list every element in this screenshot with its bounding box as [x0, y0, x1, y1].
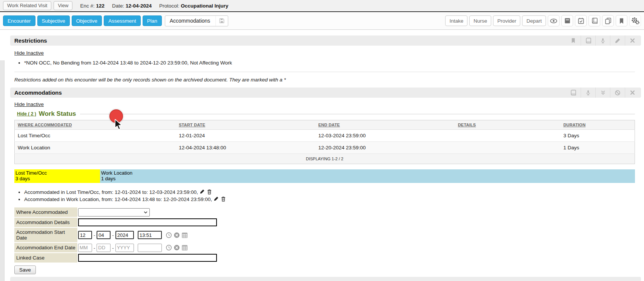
- tab-encounter[interactable]: Encounter: [3, 15, 35, 26]
- tab-subjective[interactable]: Subjective: [37, 15, 70, 26]
- col-duration[interactable]: DURATION: [560, 120, 635, 130]
- divider: [14, 72, 635, 72]
- double-chevron-down-icon[interactable]: [595, 88, 610, 98]
- next-section-bar: [10, 277, 641, 281]
- calendar-icon[interactable]: [181, 232, 188, 238]
- work-status-table: WHERE ACCOMMODATED START DATE END DATE D…: [14, 120, 635, 164]
- start-month-input[interactable]: [78, 231, 92, 239]
- restrictions-note: Restrictions added on this encounter wil…: [14, 77, 635, 83]
- cell-details: [455, 130, 560, 142]
- table-pagination: DISPLAYING 1-2 / 2: [15, 154, 635, 164]
- top-bar: Work Related Visit View Enc #: 122 Date:…: [0, 0, 644, 12]
- tab-plan[interactable]: Plan: [143, 15, 162, 26]
- table-header-row: WHERE ACCOMMODATED START DATE END DATE D…: [15, 120, 635, 130]
- copy-icon[interactable]: [602, 15, 614, 26]
- depart-button[interactable]: Depart: [522, 15, 546, 26]
- list-item: Accommodated in Lost Time/Occ, from: 12-…: [24, 188, 635, 195]
- view-button[interactable]: View: [54, 1, 72, 10]
- restriction-item: *NON OCC, No Bending from 12-04-2024 13:…: [24, 59, 635, 66]
- table-row[interactable]: Lost Time/Occ 12-01-2024 12-03-2024 23:5…: [15, 130, 635, 142]
- delete-icon[interactable]: [221, 196, 226, 202]
- clear-icon[interactable]: [174, 244, 180, 251]
- cell-start: 12-04-2024 13:48:00: [176, 142, 315, 154]
- cell-details: [455, 142, 560, 154]
- cell-where: Lost Time/Occ: [15, 130, 176, 142]
- book-icon[interactable]: [566, 88, 581, 98]
- timeline-segment-lost-time[interactable]: Lost Time/Occ 3 days: [14, 169, 100, 183]
- gears-icon[interactable]: [629, 15, 641, 26]
- restrictions-hide-inactive-link[interactable]: Hide Inactive: [14, 50, 44, 56]
- bookmark-icon[interactable]: [566, 35, 581, 46]
- restrictions-list: *NON OCC, No Bending from 12-04-2024 13:…: [24, 59, 635, 66]
- edit-icon[interactable]: [214, 196, 219, 202]
- protocol: Protocol: Occupational Injury: [159, 3, 228, 9]
- provider-button[interactable]: Provider: [493, 15, 520, 26]
- tab-objective[interactable]: Objective: [72, 15, 102, 26]
- app-window: Work Related Visit View Enc #: 122 Date:…: [0, 0, 644, 281]
- tab-assessment[interactable]: Assessment: [104, 15, 141, 26]
- cell-duration: 3 Days: [560, 130, 635, 142]
- end-time-input[interactable]: [138, 244, 162, 252]
- clock-icon[interactable]: [166, 232, 172, 238]
- nurse-button[interactable]: Nurse: [469, 15, 491, 26]
- accommodation-timeline: Lost Time/Occ 3 days Work Location 1 day…: [14, 169, 635, 183]
- where-accommodated-select[interactable]: [78, 208, 150, 217]
- start-day-input[interactable]: [97, 231, 111, 239]
- save-button[interactable]: Save: [14, 266, 36, 274]
- clock-icon[interactable]: [166, 244, 172, 251]
- timeline-segment-work-location[interactable]: Work Location 1 days: [100, 169, 635, 183]
- linked-case-input[interactable]: [78, 254, 217, 262]
- start-time-input[interactable]: [138, 231, 162, 239]
- mic-icon[interactable]: [581, 88, 595, 98]
- legend-line: [80, 114, 635, 114]
- save-document-icon[interactable]: [215, 16, 228, 26]
- start-year-input[interactable]: [115, 231, 134, 239]
- close-icon[interactable]: [625, 88, 639, 98]
- date-separator: [94, 244, 95, 251]
- accommodation-details-label: Accommodation Details: [14, 218, 77, 227]
- end-month-input[interactable]: [78, 244, 92, 252]
- accommodations-hide-inactive-link[interactable]: Hide Inactive: [14, 101, 44, 107]
- current-document-box: Accommodations: [165, 15, 228, 26]
- cell-end: 12-20-2024 23:59:00: [315, 142, 455, 154]
- cursor-icon: [114, 119, 124, 131]
- tab-bar: Encounter Subjective Objective Assessmen…: [0, 12, 644, 30]
- accommodation-form: Where Accommodated Accommodation Details…: [14, 207, 635, 274]
- current-document-title: Accommodations: [165, 18, 215, 24]
- ban-icon[interactable]: [610, 88, 625, 98]
- col-start-date[interactable]: START DATE: [176, 120, 315, 130]
- clear-icon[interactable]: [174, 232, 180, 238]
- eye-icon[interactable]: [548, 15, 559, 26]
- book-icon[interactable]: [589, 15, 600, 26]
- date-separator: [112, 244, 114, 251]
- edit-icon[interactable]: [200, 189, 205, 195]
- col-details[interactable]: DETAILS: [455, 120, 560, 130]
- left-gutter: [0, 60, 5, 281]
- work-related-visit-button[interactable]: Work Related Visit: [3, 1, 51, 10]
- bookmark-icon[interactable]: [616, 15, 627, 26]
- mic-icon[interactable]: [595, 35, 610, 46]
- pencil-icon[interactable]: [610, 35, 625, 46]
- cell-end: 12-03-2024 23:59:00: [315, 130, 455, 142]
- calendar-icon[interactable]: [181, 244, 188, 251]
- book-icon[interactable]: [581, 35, 595, 46]
- delete-icon[interactable]: [207, 189, 212, 195]
- col-end-date[interactable]: END DATE: [315, 120, 455, 130]
- work-status-title: Work Status: [39, 110, 76, 118]
- intake-button[interactable]: Intake: [445, 15, 467, 26]
- col-where-accommodated[interactable]: WHERE ACCOMMODATED: [15, 120, 176, 130]
- accommodation-details-input[interactable]: [78, 218, 217, 226]
- close-icon[interactable]: [625, 35, 639, 46]
- accommodation-end-date-label: Accommodation End Date: [14, 243, 77, 252]
- work-status-hide-link[interactable]: Hide ( 2 ): [17, 111, 36, 117]
- end-day-input[interactable]: [97, 244, 111, 252]
- archive-icon[interactable]: [561, 15, 573, 26]
- restrictions-header: Restrictions: [10, 35, 641, 46]
- list-item: Accommodated in Work Location, from: 12-…: [24, 195, 635, 203]
- table-row[interactable]: Work Location 12-04-2024 13:48:00 12-20-…: [15, 142, 635, 154]
- accommodations-header: Accommodations: [10, 88, 641, 98]
- end-year-input[interactable]: [115, 244, 134, 252]
- encounter-date: Date: 12-04-2024: [112, 3, 152, 9]
- calendar-check-icon[interactable]: [575, 15, 587, 26]
- date-separator: [112, 232, 114, 238]
